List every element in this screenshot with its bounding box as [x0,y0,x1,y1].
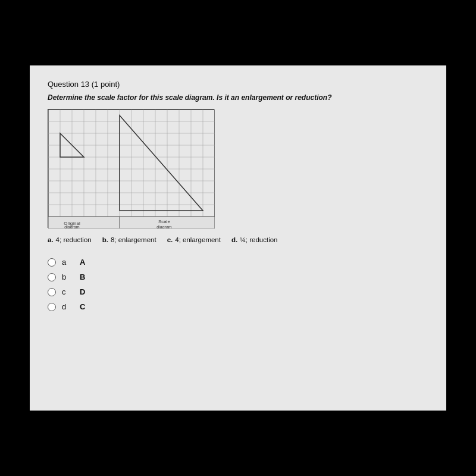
radio-circle-c[interactable] [48,288,56,296]
radio-circle-b[interactable] [48,273,56,281]
radio-value-a: A [80,258,85,267]
radio-label-a: a [62,258,74,267]
radio-label-b: b [62,273,74,281]
choice-a: a. 4; reduction [48,236,92,243]
radio-value-d: C [80,302,85,311]
choice-c: c. 4; enlargement [167,236,221,243]
page: Question 13 (1 point) Determine the scal… [30,65,446,411]
diagram-container: Original diagram Scale diagram [48,109,428,228]
radio-option-b[interactable]: b B [48,273,428,281]
radio-option-c[interactable]: c D [48,287,428,296]
choice-d: d. ¼; reduction [231,236,278,243]
radio-label-c: c [62,287,74,296]
diagram-svg: Original diagram Scale diagram [48,109,215,228]
choice-b: b. 8; enlargement [102,236,156,243]
svg-text:diagram: diagram [64,225,79,228]
svg-text:Scale: Scale [158,219,171,224]
radio-option-d[interactable]: d C [48,302,428,311]
radio-value-c: D [80,287,85,296]
radio-label-d: d [62,302,74,311]
choice-a-letter: a. [48,236,54,243]
choice-b-letter: b. [102,236,108,243]
radio-options: a A b B c D d C [48,258,428,311]
answer-choices: a. 4; reduction b. 8; enlargement c. 4; … [48,236,428,243]
svg-text:diagram: diagram [156,225,171,228]
question-points: (1 point) [92,80,120,89]
question-header: Question 13 (1 point) [48,80,428,89]
choice-b-text: 8; enlargement [111,236,156,243]
choice-c-letter: c. [167,236,173,243]
radio-option-a[interactable]: a A [48,258,428,267]
grid-diagram: Original diagram Scale diagram [48,109,214,228]
choice-d-letter: d. [231,236,237,243]
choice-c-text: 4; enlargement [175,236,221,243]
question-text: Determine the scale factor for this scal… [48,93,428,102]
radio-circle-d[interactable] [48,303,56,311]
radio-value-b: B [80,273,85,281]
question-number: Question 13 [48,80,89,89]
choice-d-text: ¼; reduction [240,236,277,243]
radio-circle-a[interactable] [48,258,56,267]
choice-a-text: 4; reduction [56,236,92,243]
